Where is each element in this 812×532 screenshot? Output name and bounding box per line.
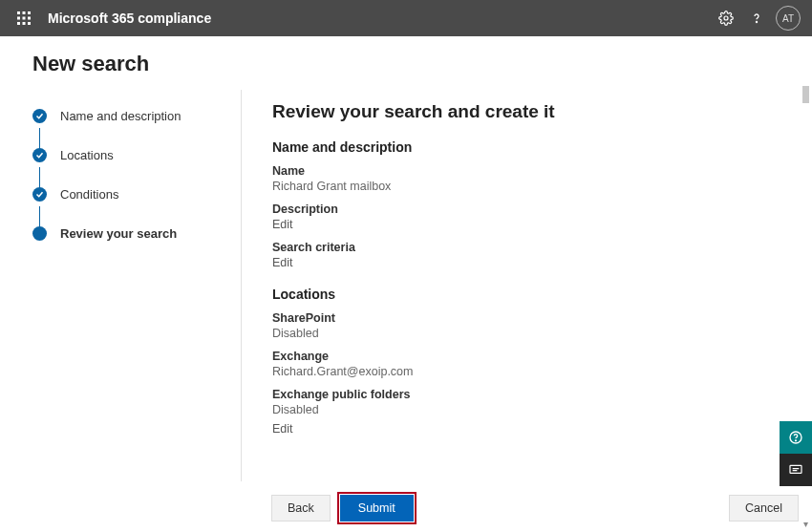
gear-icon[interactable] xyxy=(711,3,741,33)
top-bar: Microsoft 365 compliance AT xyxy=(0,0,812,36)
cancel-button[interactable]: Cancel xyxy=(729,495,799,521)
svg-rect-3 xyxy=(17,17,20,20)
submit-button[interactable]: Submit xyxy=(340,495,414,521)
check-icon xyxy=(32,148,47,162)
svg-rect-1 xyxy=(23,11,26,14)
description-label: Description xyxy=(272,202,774,216)
page-title: New search xyxy=(0,36,812,86)
svg-rect-8 xyxy=(28,22,31,25)
help-icon[interactable] xyxy=(741,3,772,33)
back-button[interactable]: Back xyxy=(271,495,331,521)
search-criteria-label: Search criteria xyxy=(272,241,774,254)
svg-rect-0 xyxy=(17,11,20,14)
step-label: Name and description xyxy=(60,109,181,123)
app-title: Microsoft 365 compliance xyxy=(48,11,211,26)
feedback-icon[interactable] xyxy=(780,454,812,486)
svg-rect-7 xyxy=(23,22,26,25)
app-launcher-icon[interactable] xyxy=(11,6,36,31)
name-label: Name xyxy=(272,164,774,178)
step-label: Conditions xyxy=(60,187,118,202)
name-value: Richard Grant mailbox xyxy=(272,180,774,193)
step-conditions[interactable]: Conditions xyxy=(32,187,241,202)
step-label: Review your search xyxy=(60,226,177,241)
check-icon xyxy=(32,109,47,123)
exchange-label: Exchange xyxy=(272,350,774,363)
svg-rect-6 xyxy=(17,22,20,25)
svg-point-9 xyxy=(724,16,728,20)
step-name-description[interactable]: Name and description xyxy=(32,109,241,123)
chevron-down-icon[interactable]: ▾ xyxy=(800,517,811,530)
svg-rect-13 xyxy=(790,465,801,473)
exchange-public-folders-value: Disabled xyxy=(272,403,774,416)
help-panel-icon[interactable] xyxy=(780,421,812,454)
edit-locations-link[interactable]: Edit xyxy=(272,422,774,436)
svg-point-10 xyxy=(756,21,757,22)
current-step-icon xyxy=(32,226,47,241)
section-locations: Locations xyxy=(272,287,774,302)
sharepoint-label: SharePoint xyxy=(272,311,774,325)
wizard-footer: Back Submit Cancel xyxy=(271,488,799,532)
scrollbar-thumb[interactable] xyxy=(802,86,809,103)
check-icon xyxy=(32,187,47,202)
section-name-description: Name and description xyxy=(272,139,774,155)
step-label: Locations xyxy=(60,148,114,162)
wizard-steps: Name and description Locations Condition… xyxy=(0,86,241,530)
edit-description-link[interactable]: Edit xyxy=(272,218,774,231)
sharepoint-value: Disabled xyxy=(272,327,774,340)
svg-rect-4 xyxy=(23,17,26,20)
svg-rect-5 xyxy=(28,17,31,20)
side-actions xyxy=(780,421,812,486)
svg-rect-2 xyxy=(28,11,31,14)
content-area: Name and description Locations Condition… xyxy=(0,86,812,530)
review-panel: Review your search and create it Name an… xyxy=(242,86,812,482)
edit-criteria-link[interactable]: Edit xyxy=(272,256,774,269)
review-heading: Review your search and create it xyxy=(272,101,774,122)
step-review[interactable]: Review your search xyxy=(32,226,241,241)
avatar[interactable]: AT xyxy=(776,6,801,31)
step-locations[interactable]: Locations xyxy=(32,148,241,162)
exchange-value: Richard.Grant@exoip.com xyxy=(272,365,774,378)
exchange-public-folders-label: Exchange public folders xyxy=(272,388,774,401)
svg-point-12 xyxy=(796,440,797,441)
